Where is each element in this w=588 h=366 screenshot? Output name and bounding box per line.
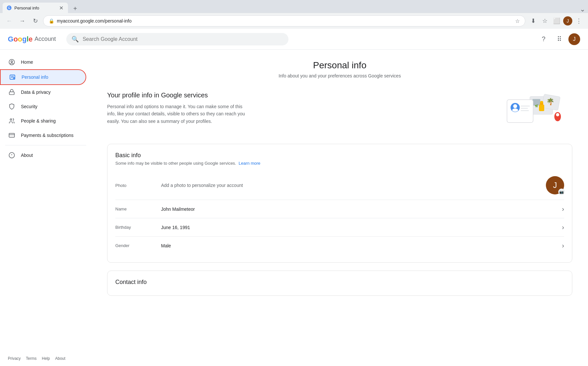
user-avatar-nav[interactable]: J	[563, 16, 572, 25]
data-privacy-icon	[8, 89, 16, 95]
sidebar-item-data-privacy[interactable]: Data & privacy	[0, 85, 86, 99]
people-sharing-icon	[8, 118, 16, 124]
sidebar-item-payments[interactable]: Payments & subscriptions	[0, 128, 86, 142]
user-photo-avatar: J 📷	[546, 176, 564, 194]
gender-chevron-icon: ›	[562, 242, 564, 249]
download-button[interactable]: ⬇	[528, 16, 538, 26]
logo-g: G	[8, 35, 13, 43]
svg-text:🌿: 🌿	[535, 104, 538, 108]
home-label: Home	[21, 59, 33, 65]
back-button[interactable]: ←	[4, 16, 14, 26]
profile-section-title: Your profile info in Google services	[107, 92, 494, 99]
svg-point-3	[11, 61, 13, 62]
menu-button[interactable]: ⋮	[574, 16, 584, 26]
forward-button[interactable]: →	[17, 16, 27, 26]
search-icon: 🔍	[72, 36, 79, 43]
svg-rect-30	[539, 105, 544, 111]
nav-bar: ← → ↻ 🔒 myaccount.google.com/personal-in…	[0, 13, 588, 29]
contact-info-title: Contact info	[115, 279, 564, 286]
tab-bar: G Personal info ✕ + ⌄	[0, 0, 588, 13]
profile-illustration: 🌿 🌴	[494, 92, 572, 131]
search-input[interactable]	[83, 36, 283, 42]
svg-rect-18	[507, 100, 533, 123]
name-label: Name	[115, 207, 161, 211]
bookmark-button[interactable]: ☆	[540, 16, 550, 26]
photo-desc: Add a photo to personalize your account	[161, 183, 546, 188]
name-row[interactable]: Name John Mailmeteor ›	[115, 200, 564, 218]
tab-close-button[interactable]: ✕	[58, 5, 64, 11]
birthday-label: Birthday	[115, 225, 161, 230]
footer-about-link[interactable]: About	[55, 356, 65, 361]
app-header: Google Account 🔍 ? ⠿ J	[0, 29, 588, 50]
sidebar-item-about[interactable]: About	[0, 148, 86, 162]
svg-rect-23	[521, 108, 528, 109]
main-content: Personal info Info about you and your pr…	[91, 50, 588, 366]
content-wrapper: Home Personal info Data & privacy	[0, 50, 588, 366]
sidebar-item-personal-info[interactable]: Personal info	[0, 69, 86, 85]
learn-more-link[interactable]: Learn more	[239, 161, 260, 166]
logo-account-text: Account	[35, 36, 56, 42]
logo-o1: o	[13, 35, 18, 43]
nav-actions: ⬇ ☆ ⬜ J ⋮	[528, 16, 584, 26]
sidebar-footer: Privacy Terms Help About	[0, 351, 91, 366]
url-display: myaccount.google.com/personal-info	[57, 18, 513, 24]
split-screen-button[interactable]: ⬜	[551, 16, 562, 26]
svg-point-7	[13, 77, 14, 78]
svg-point-9	[10, 119, 12, 120]
user-avatar-header[interactable]: J	[568, 33, 580, 45]
gender-value: Male	[161, 243, 562, 248]
sidebar-divider	[5, 145, 86, 145]
svg-point-20	[513, 104, 517, 108]
logo-o2: o	[18, 35, 22, 43]
google-logo: Google Account	[8, 35, 56, 43]
contact-info-card: Contact info	[107, 271, 572, 296]
camera-badge: 📷	[558, 189, 565, 195]
sidebar-item-home[interactable]: Home	[0, 55, 86, 69]
basic-info-card: Basic info Some info may be visible to o…	[107, 144, 572, 263]
page-title: Personal info	[107, 60, 572, 71]
profile-text: Your profile info in Google services Per…	[107, 92, 494, 125]
personal-info-icon	[8, 74, 16, 80]
page-wrapper: Google Account 🔍 ? ⠿ J Home	[0, 29, 588, 366]
personal-info-label: Personal info	[22, 75, 48, 80]
payments-icon	[8, 132, 16, 139]
name-value: John Mailmeteor	[161, 207, 562, 212]
reload-button[interactable]: ↻	[30, 16, 41, 26]
svg-rect-24	[521, 110, 529, 111]
basic-info-title: Basic info	[115, 152, 564, 159]
address-bar[interactable]: 🔒 myaccount.google.com/personal-info ☆	[43, 15, 525, 26]
logo-e: e	[29, 35, 33, 43]
sidebar-item-people-sharing[interactable]: People & sharing	[0, 114, 86, 128]
gender-label: Gender	[115, 243, 161, 248]
footer-privacy-link[interactable]: Privacy	[8, 356, 21, 361]
new-tab-button[interactable]: +	[71, 4, 80, 13]
footer-help-link[interactable]: Help	[42, 356, 50, 361]
gender-row[interactable]: Gender Male ›	[115, 237, 564, 255]
sidebar-item-security[interactable]: Security	[0, 99, 86, 114]
data-privacy-label: Data & privacy	[21, 90, 51, 95]
birthday-chevron-icon: ›	[562, 224, 564, 231]
page-header: Personal info Info about you and your pr…	[107, 60, 572, 78]
tab-title: Personal info	[14, 6, 56, 10]
star-icon[interactable]: ☆	[515, 18, 520, 24]
profile-section: Your profile info in Google services Per…	[107, 92, 572, 131]
tab-bar-menu[interactable]: ⌄	[580, 5, 585, 13]
search-box[interactable]: 🔍	[66, 33, 288, 45]
svg-point-21	[512, 108, 518, 112]
svg-point-28	[556, 113, 559, 116]
people-sharing-label: People & sharing	[21, 118, 56, 124]
about-label: About	[21, 153, 33, 158]
home-icon	[8, 59, 16, 65]
tab-favicon: G	[7, 5, 12, 10]
help-button[interactable]: ?	[537, 33, 550, 46]
svg-rect-10	[9, 133, 15, 137]
profile-section-desc: Personal info and options to manage it. …	[107, 103, 251, 125]
page-subtitle: Info about you and your preferences acro…	[107, 73, 572, 78]
svg-rect-8	[9, 92, 14, 94]
svg-point-32	[540, 101, 543, 103]
birthday-row[interactable]: Birthday June 16, 1991 ›	[115, 218, 564, 237]
footer-terms-link[interactable]: Terms	[26, 356, 37, 361]
apps-button[interactable]: ⠿	[553, 33, 566, 46]
active-tab[interactable]: G Personal info ✕	[3, 3, 68, 13]
photo-row[interactable]: Photo Add a photo to personalize your ac…	[115, 171, 564, 200]
